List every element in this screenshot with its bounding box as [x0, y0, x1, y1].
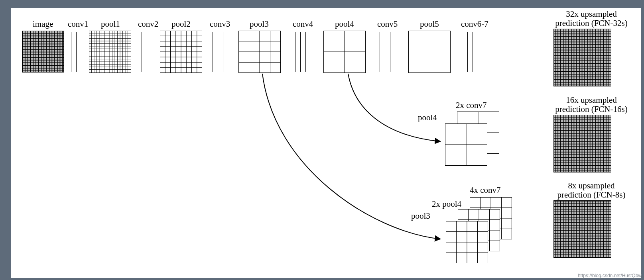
arrows-icon — [11, 8, 641, 278]
watermark-text: https://blog.csdn.net/HustQbw — [578, 273, 642, 278]
diagram-sheet: image conv1 pool1 conv2 pool2 conv3 pool… — [11, 8, 641, 278]
